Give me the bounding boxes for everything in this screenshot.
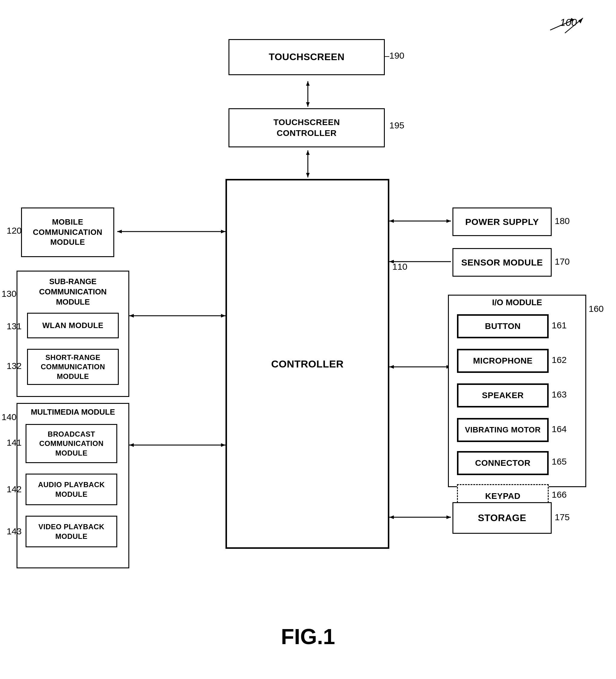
svg-marker-7 <box>306 173 310 177</box>
touchscreen-box: TOUCHSCREEN <box>228 39 385 75</box>
touchscreen-controller-box: TOUCHSCREEN CONTROLLER <box>228 108 385 147</box>
ref-162: 162 <box>552 355 567 365</box>
ref-165: 165 <box>552 456 567 467</box>
svg-marker-32 <box>578 18 583 24</box>
ref-131: 131 <box>7 321 22 331</box>
vibrating-motor-box: VIBRATING MOTOR <box>457 418 549 442</box>
ref-100: 100 <box>560 17 577 28</box>
ref-170: 170 <box>555 257 570 267</box>
sensor-module-box: SENSOR MODULE <box>452 248 552 277</box>
fig-label: FIG.1 <box>281 624 335 649</box>
video-playback-box: VIDEO PLAYBACK MODULE <box>26 516 117 547</box>
microphone-box: MICROPHONE <box>457 349 549 373</box>
broadcast-box: BROADCAST COMMUNICATION MODULE <box>26 424 117 463</box>
svg-marker-23 <box>389 365 394 369</box>
ref-140: 140 <box>1 412 17 422</box>
svg-marker-12 <box>129 314 134 318</box>
ref-132: 132 <box>7 361 22 371</box>
ref-120: 120 <box>7 226 22 236</box>
connector-box: CONNECTOR <box>457 451 549 475</box>
short-range-box: SHORT-RANGE COMMUNICATION MODULE <box>27 349 119 385</box>
svg-marker-3 <box>306 81 310 86</box>
svg-marker-15 <box>129 443 134 447</box>
multimedia-label: MULTIMEDIA MODULE <box>20 408 126 417</box>
svg-marker-10 <box>221 230 225 233</box>
ref-163: 163 <box>552 389 567 400</box>
power-supply-box: POWER SUPPLY <box>452 207 552 236</box>
io-module-label: I/O MODULE <box>449 298 585 307</box>
diagram: 100 <box>0 0 616 679</box>
svg-marker-18 <box>389 219 394 223</box>
svg-marker-4 <box>306 102 310 107</box>
wlan-box: WLAN MODULE <box>27 313 119 338</box>
ref-190: 190 <box>389 51 404 61</box>
ref-110: 110 <box>392 262 408 272</box>
ref-180: 180 <box>555 216 570 226</box>
ref-166: 166 <box>552 490 567 500</box>
ref-175: 175 <box>555 512 570 522</box>
speaker-box: SPEAKER <box>457 383 549 408</box>
ref-161: 161 <box>552 320 567 330</box>
ref-142: 142 <box>7 484 22 494</box>
controller-box: CONTROLLER <box>225 179 389 549</box>
button-box: BUTTON <box>457 314 549 338</box>
svg-marker-19 <box>447 219 451 223</box>
svg-marker-6 <box>306 150 310 155</box>
audio-playback-box: AUDIO PLAYBACK MODULE <box>26 474 117 505</box>
svg-marker-16 <box>221 443 225 447</box>
mobile-comm-box: MOBILE COMMUNICATION MODULE <box>21 207 114 257</box>
ref-160: 160 <box>589 304 604 314</box>
ref-164: 164 <box>552 424 567 434</box>
svg-marker-27 <box>447 515 451 519</box>
sub-range-label: SUB-RANGE COMMUNICATION MODULE <box>20 277 126 307</box>
svg-marker-9 <box>117 230 122 233</box>
ref-143: 143 <box>7 526 22 537</box>
ref-141: 141 <box>7 438 22 448</box>
svg-marker-13 <box>221 314 225 318</box>
storage-box: STORAGE <box>452 502 552 534</box>
ref-130: 130 <box>1 289 17 299</box>
ref-195: 195 <box>389 120 404 130</box>
svg-marker-26 <box>389 515 394 519</box>
